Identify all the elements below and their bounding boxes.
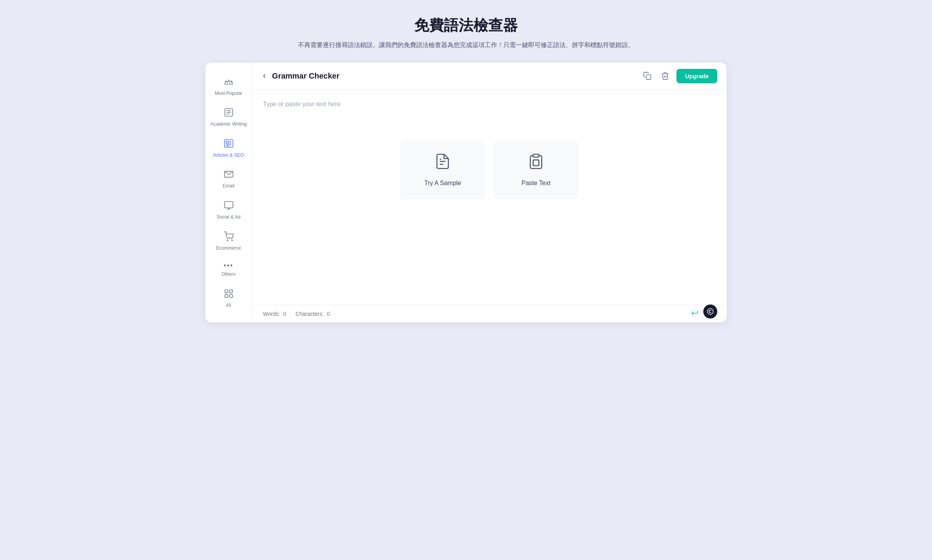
sidebar-item-most-popular[interactable]: Most Popular — [205, 72, 252, 102]
page-subtitle: 不再需要逐行搜尋語法錯誤。讓我們的免費語法檢查器為您完成這項工作！只需一鍵即可修… — [23, 40, 909, 50]
svg-point-25 — [708, 309, 713, 315]
sidebar-label-articles-seo: Articles & SEO — [213, 152, 244, 159]
upgrade-button[interactable]: Upgrade — [676, 69, 717, 83]
try-sample-label: Try A Sample — [424, 180, 461, 187]
svg-point-14 — [227, 240, 228, 240]
crown-icon — [224, 77, 234, 88]
copy-icon-button[interactable] — [641, 69, 654, 82]
svg-rect-24 — [533, 160, 539, 166]
toolbar-actions: Upgrade — [641, 69, 717, 83]
trash-icon — [661, 72, 669, 80]
sidebar-label-academic-writing: Academic Writing — [210, 121, 247, 128]
social-icon — [224, 200, 234, 212]
academic-icon — [224, 107, 234, 119]
app-container: Most Popular Academic Writing — [205, 63, 727, 323]
paste-icon — [527, 153, 545, 173]
bottom-bar: Words: 0 Characters: 0 ↩ — [252, 305, 727, 322]
svg-rect-11 — [224, 201, 233, 208]
sidebar-item-social-ad[interactable]: Social & Ad — [205, 196, 252, 225]
sidebar: Most Popular Academic Writing — [205, 63, 252, 323]
sidebar-item-ecommerce[interactable]: Ecommerce — [205, 227, 252, 256]
copy-icon — [643, 72, 652, 80]
paste-text-card[interactable]: Paste Text — [493, 140, 579, 199]
svg-rect-5 — [226, 141, 228, 143]
sidebar-item-all[interactable]: All — [205, 284, 252, 313]
undo-icon: ↩ — [691, 308, 699, 318]
svg-rect-20 — [646, 75, 651, 79]
copyright-icon — [707, 308, 714, 315]
delete-icon-button[interactable] — [659, 69, 672, 82]
try-sample-card[interactable]: Try A Sample — [400, 140, 485, 199]
sidebar-item-others[interactable]: ••• Others — [205, 257, 252, 282]
sidebar-label-others: Others — [221, 271, 235, 278]
sidebar-item-academic-writing[interactable]: Academic Writing — [205, 103, 252, 132]
all-icon — [224, 289, 234, 300]
copyright-button[interactable] — [703, 304, 717, 318]
paste-text-label: Paste Text — [522, 180, 550, 187]
svg-rect-23 — [533, 154, 539, 157]
ecommerce-icon — [224, 231, 234, 243]
page-title: 免費語法檢查器 — [23, 16, 909, 35]
sidebar-label-email: Email — [222, 183, 234, 189]
editor-placeholder: Type or paste your text here — [263, 101, 716, 108]
main-content: ‹ Grammar Checker — [252, 63, 727, 323]
toolbar-title: Grammar Checker — [272, 72, 636, 80]
sidebar-label-most-popular: Most Popular — [215, 91, 242, 97]
email-icon — [224, 169, 234, 181]
document-icon — [434, 153, 451, 173]
sidebar-label-all: All — [226, 303, 231, 309]
editor-area: Type or paste your text here Try A Sampl… — [252, 90, 727, 305]
chars-label: Characters: 0 — [296, 311, 330, 317]
svg-point-15 — [231, 240, 232, 240]
words-label: Words: 0 — [263, 311, 286, 317]
articles-icon — [224, 138, 234, 150]
others-icon: ••• — [224, 262, 233, 269]
sidebar-item-email[interactable]: Email — [205, 164, 252, 194]
toolbar: ‹ Grammar Checker — [252, 63, 727, 90]
action-cards: Try A Sample Paste Text — [263, 140, 716, 199]
back-button[interactable]: ‹ — [261, 69, 267, 82]
svg-rect-19 — [229, 294, 233, 298]
sidebar-label-social-ad: Social & Ad — [217, 214, 240, 220]
svg-rect-17 — [229, 290, 233, 293]
svg-rect-16 — [225, 290, 228, 293]
svg-rect-18 — [225, 294, 228, 298]
sidebar-label-ecommerce: Ecommerce — [216, 245, 241, 252]
sidebar-item-articles-seo[interactable]: Articles & SEO — [205, 134, 252, 163]
